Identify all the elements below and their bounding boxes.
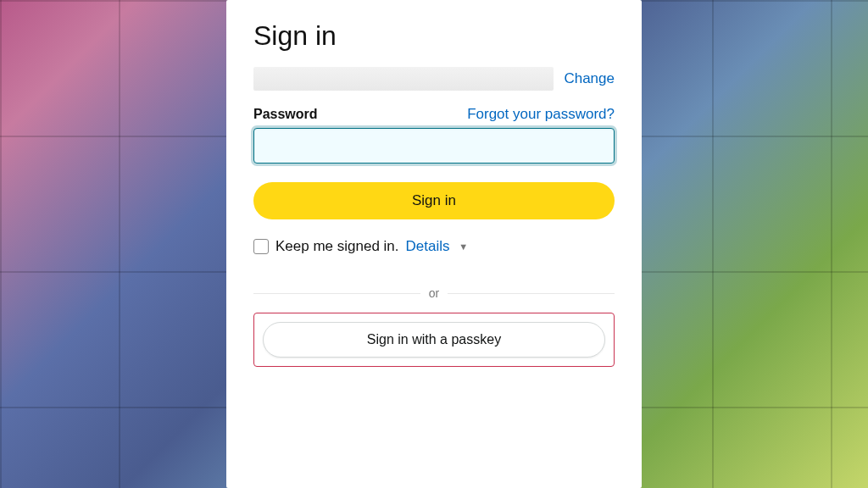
keep-signed-checkbox[interactable] (253, 239, 269, 254)
details-text: Details (406, 238, 450, 254)
chevron-down-icon: ▼ (459, 241, 468, 252)
password-label-row: Password Forgot your password? (253, 106, 615, 123)
page-title: Sign in (253, 20, 615, 52)
passkey-signin-button[interactable]: Sign in with a passkey (263, 322, 605, 358)
keep-signed-row: Keep me signed in. Details ▼ (253, 238, 615, 255)
keep-signed-label: Keep me signed in. (275, 238, 399, 255)
keep-signed-details-link[interactable]: Details ▼ (406, 238, 469, 255)
password-input[interactable] (253, 128, 615, 164)
change-email-link[interactable]: Change (564, 70, 615, 87)
email-display-redacted (253, 67, 554, 91)
password-label: Password (253, 107, 318, 122)
passkey-highlight-box: Sign in with a passkey (253, 313, 615, 367)
signin-button[interactable]: Sign in (253, 182, 615, 219)
divider-label: or (420, 286, 448, 300)
email-row: Change (253, 67, 615, 91)
forgot-password-link[interactable]: Forgot your password? (467, 106, 615, 123)
divider: or (253, 286, 615, 301)
signin-card: Sign in Change Password Forgot your pass… (226, 0, 642, 488)
